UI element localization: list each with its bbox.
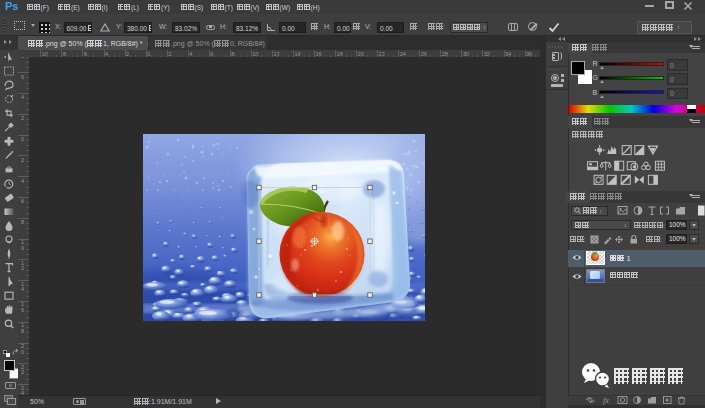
- svg-text:fx: fx: [603, 396, 609, 405]
